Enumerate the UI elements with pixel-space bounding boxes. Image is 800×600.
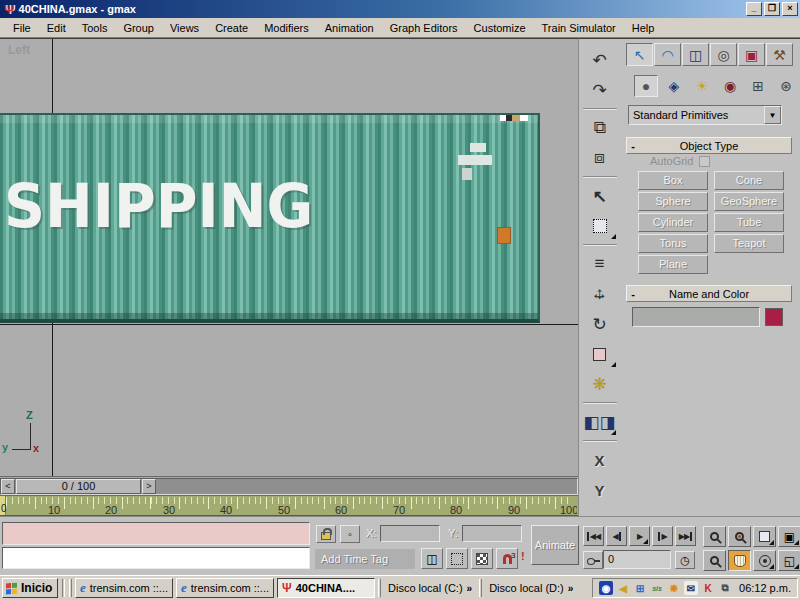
region-zoom-icon[interactable] <box>703 550 726 571</box>
menu-create[interactable]: Create <box>208 20 255 36</box>
select-and-manipulate-icon[interactable]: ❋ <box>583 370 617 398</box>
energy-icon[interactable]: ❋ <box>667 581 681 595</box>
add-time-tag[interactable]: Add Time Tag <box>315 549 415 569</box>
next-frame-icon[interactable]: ▶ <box>652 526 673 546</box>
zoom-icon[interactable] <box>703 526 726 547</box>
helpers-icon[interactable]: ⊞ <box>746 75 770 97</box>
viewport-label[interactable]: Left <box>8 43 30 57</box>
restrict-x-button[interactable]: X <box>583 446 617 474</box>
object-color-swatch[interactable] <box>765 308 783 326</box>
mirror-icon[interactable]: ◧◨ <box>583 408 617 436</box>
display-settings-icon[interactable]: ⊞ <box>633 581 647 595</box>
select-and-rotate-icon[interactable]: ↻ <box>583 310 617 338</box>
object-type-rollout-header[interactable]: - Object Type <box>626 137 792 154</box>
current-frame-field[interactable]: 0 <box>603 550 671 569</box>
minimize-button[interactable]: _ <box>746 2 762 16</box>
animate-button[interactable]: Animate <box>531 525 579 565</box>
min-max-toggle-icon[interactable]: ◱ <box>778 550 800 571</box>
link-icon[interactable]: ⧉ <box>583 114 617 142</box>
undo-icon[interactable]: ↶ <box>583 46 617 74</box>
taskbar-grip[interactable] <box>378 579 381 597</box>
go-to-start-icon[interactable]: ◀◀ <box>583 526 604 546</box>
zoom-extents-icon[interactable] <box>753 526 776 547</box>
selection-lock-toggle[interactable] <box>316 525 336 543</box>
band-disco-d[interactable]: Disco local (D:) » <box>485 578 577 598</box>
sphere-button[interactable]: Sphere <box>638 192 708 211</box>
chevron-right-icon[interactable]: » <box>467 583 473 594</box>
zoom-extents-all-icon[interactable]: ▣ <box>778 526 800 547</box>
cameras-icon[interactable]: ◉ <box>718 75 742 97</box>
antivirus-icon[interactable]: K <box>701 581 715 595</box>
y-coordinate-field[interactable] <box>462 525 522 542</box>
menu-modifiers[interactable]: Modifiers <box>257 20 316 36</box>
menu-file[interactable]: File <box>6 20 38 36</box>
sis-utility-icon[interactable]: sis <box>650 581 664 595</box>
macro-recorder-field[interactable] <box>2 522 310 545</box>
autogrid-checkbox[interactable] <box>699 156 710 167</box>
lights-icon[interactable]: ☀ <box>690 75 714 97</box>
select-and-move-icon[interactable]: ↔↕ <box>583 280 617 308</box>
previous-frame-icon[interactable]: ◀ <box>606 526 627 546</box>
rectangular-selection-region-icon[interactable] <box>583 212 617 240</box>
tube-button[interactable]: Tube <box>714 213 784 232</box>
play-icon[interactable]: ▶ <box>629 526 650 546</box>
start-button[interactable]: Inicio <box>2 578 58 598</box>
time-slider-handle[interactable]: 0 / 100 <box>16 479 141 494</box>
network-icon[interactable]: ⧉ <box>718 581 732 595</box>
menu-customize[interactable]: Customize <box>467 20 533 36</box>
chevron-down-icon[interactable]: ▼ <box>764 106 781 124</box>
tab-modify-icon[interactable]: ◠ <box>654 43 681 66</box>
geosphere-button[interactable]: GeoSphere <box>714 192 784 211</box>
snap-percent-icon[interactable] <box>471 548 493 569</box>
mail-icon[interactable]: ✉ <box>684 581 698 595</box>
tab-utilities-icon[interactable]: ⚒ <box>766 43 793 66</box>
name-color-rollout-header[interactable]: - Name and Color <box>626 285 792 302</box>
menu-animation[interactable]: Animation <box>318 20 381 36</box>
tab-hierarchy-icon[interactable]: ◫ <box>682 43 709 66</box>
crossing-selection-icon[interactable] <box>446 548 468 569</box>
primitives-dropdown[interactable]: Standard Primitives ▼ <box>628 105 782 125</box>
taskbar-clock[interactable]: 06:12 p.m. <box>739 582 791 594</box>
previous-frame-arrow[interactable]: < <box>1 479 15 494</box>
x-coordinate-field[interactable] <box>380 525 440 542</box>
box-button[interactable]: Box <box>638 171 708 190</box>
unlink-icon[interactable]: ⧈ <box>583 144 617 172</box>
select-by-name-icon[interactable]: ≡ <box>583 250 617 278</box>
geometry-icon[interactable]: ● <box>634 75 658 97</box>
band-disco-c[interactable]: Disco local (C:) » <box>384 578 476 598</box>
shipping-container-model[interactable]: SHIPPING <box>0 113 540 323</box>
menu-tools[interactable]: Tools <box>75 20 115 36</box>
menu-train-simulator[interactable]: Train Simulator <box>535 20 623 36</box>
restrict-y-button[interactable]: Y <box>583 476 617 504</box>
menu-help[interactable]: Help <box>625 20 662 36</box>
shapes-icon[interactable]: ◈ <box>662 75 686 97</box>
cylinder-button[interactable]: Cylinder <box>638 213 708 232</box>
set-key-icon[interactable] <box>583 551 603 569</box>
zoom-all-icon[interactable] <box>728 526 751 547</box>
redo-icon[interactable]: ↷ <box>583 76 617 104</box>
listener-field[interactable] <box>2 547 310 569</box>
snaps-toggle-magnet-icon[interactable]: 3 <box>496 548 518 569</box>
select-object-icon[interactable]: ↖ <box>583 182 617 210</box>
menu-group[interactable]: Group <box>116 20 161 36</box>
absolute-mode-toggle[interactable]: ◦ <box>340 525 360 543</box>
track-bar[interactable]: 0 10 20 30 40 50 60 70 80 90 100 <box>0 495 578 516</box>
next-frame-arrow[interactable]: > <box>142 479 156 494</box>
systems-icon[interactable]: ⊛ <box>774 75 798 97</box>
tab-motion-icon[interactable]: ◎ <box>710 43 737 66</box>
cone-button[interactable]: Cone <box>714 171 784 190</box>
task-40china-gmax[interactable]: Ψ 40CHINA.... <box>277 578 375 598</box>
taskbar-grip[interactable] <box>479 579 482 597</box>
teapot-button[interactable]: Teapot <box>714 234 784 253</box>
menu-views[interactable]: Views <box>163 20 206 36</box>
plane-button[interactable]: Plane <box>638 255 708 274</box>
close-button[interactable]: × <box>782 2 798 16</box>
pan-icon[interactable] <box>728 550 751 571</box>
object-name-input[interactable] <box>632 307 760 327</box>
task-trensim-1[interactable]: e trensim.com ::... <box>75 578 173 598</box>
viewport-left[interactable]: Left SHIPPING Z y x <box>0 38 578 476</box>
snap-box-icon[interactable]: ◫ <box>421 548 443 569</box>
menu-graph-editors[interactable]: Graph Editors <box>383 20 465 36</box>
task-trensim-2[interactable]: e trensim.com ::... <box>176 578 274 598</box>
taskbar-grip[interactable] <box>69 579 72 597</box>
